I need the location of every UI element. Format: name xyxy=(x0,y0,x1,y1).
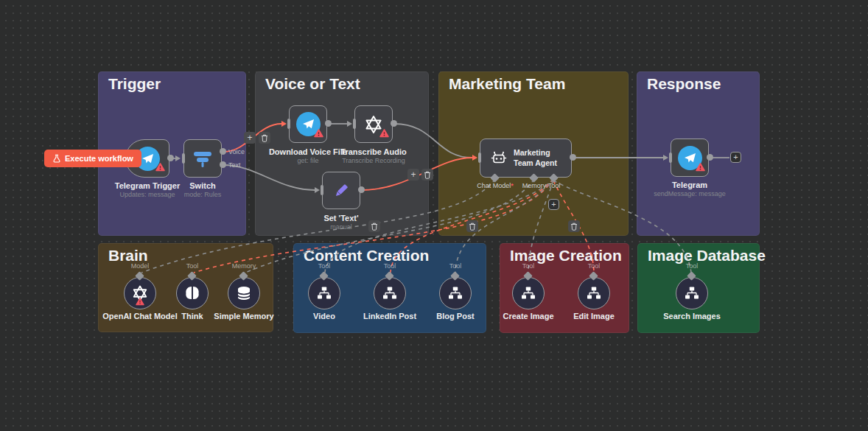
node-subtitle-download-voice-file: get: file xyxy=(297,157,318,164)
node-title-search-images: Search Images xyxy=(663,312,721,320)
node-title-switch: Switch xyxy=(189,181,215,190)
agent-port-label-chat-model: Chat Model* xyxy=(477,182,514,189)
node-title-blog-post: Blog Post xyxy=(436,312,474,320)
output-port-switch-text[interactable] xyxy=(220,161,226,168)
output-port-marketing-team-agent[interactable] xyxy=(570,154,576,161)
sitemap-icon xyxy=(316,285,332,301)
add-node-button[interactable]: + xyxy=(730,152,741,163)
node-simple-memory[interactable] xyxy=(228,277,260,309)
port-label-create-image: Tool xyxy=(522,262,535,270)
agent-port-label-memory: Memory xyxy=(522,182,547,189)
connection-add-button[interactable]: + xyxy=(407,169,419,181)
output-label-voice: Voice xyxy=(228,148,245,155)
input-port-set-text xyxy=(321,185,323,195)
port-label-openai-chat-model: Model xyxy=(131,262,150,270)
warning-icon xyxy=(155,161,165,175)
node-linkedin-post[interactable] xyxy=(374,277,406,309)
output-label-text: Text xyxy=(228,161,241,169)
node-video[interactable] xyxy=(308,277,340,309)
arrowhead-telegram-input xyxy=(663,155,668,161)
node-switch[interactable] xyxy=(183,139,222,178)
node-subtitle-switch: mode: Rules xyxy=(184,191,222,198)
connection-delete-button[interactable] xyxy=(421,169,433,181)
port-label-video: Tool xyxy=(318,262,331,270)
robot-icon xyxy=(489,150,508,167)
node-title-telegram-trigger: Telegram Trigger xyxy=(115,181,180,190)
connection-memory-to-simple-memory[interactable] xyxy=(245,179,534,273)
input-port-marketing-team-agent xyxy=(478,153,481,163)
connections-layer xyxy=(0,0,868,431)
pencil-icon xyxy=(330,180,352,202)
arrowhead-transcribe-audio-input xyxy=(347,121,352,127)
node-transcribe-audio[interactable] xyxy=(354,105,393,143)
port-label-search-images: Tool xyxy=(686,262,699,270)
node-subtitle-set-text: manual xyxy=(330,223,352,231)
node-telegram[interactable] xyxy=(671,139,709,177)
arrowhead-agent-input xyxy=(472,155,477,161)
connection-delete-button[interactable] xyxy=(466,220,478,232)
node-edit-image[interactable] xyxy=(578,277,610,309)
node-blog-post[interactable] xyxy=(439,277,472,309)
node-marketing-team-agent[interactable]: Marketing Team Agent xyxy=(480,139,572,178)
switch-icon xyxy=(192,148,214,169)
node-openai-chat-model[interactable] xyxy=(124,277,156,309)
node-title-marketing-team-agent: Marketing Team Agent xyxy=(514,148,567,167)
node-create-image[interactable] xyxy=(512,277,545,309)
connection-delete-button[interactable] xyxy=(368,220,380,232)
add-tool-button[interactable]: + xyxy=(548,199,559,210)
connection-delete-button[interactable] xyxy=(259,132,270,144)
warning-icon xyxy=(379,127,389,141)
sitemap-icon xyxy=(520,285,536,301)
connection-add-button[interactable]: + xyxy=(244,132,256,144)
connection-switch-text-to-set-text[interactable] xyxy=(223,165,315,190)
input-port-switch xyxy=(182,153,185,164)
connection-tool-to-create-image[interactable] xyxy=(528,181,553,273)
node-title-simple-memory: Simple Memory xyxy=(214,312,273,320)
input-port-telegram xyxy=(669,153,672,163)
arrowhead-switch-input xyxy=(175,155,181,161)
brain-icon xyxy=(184,285,200,301)
node-download-voice-file[interactable] xyxy=(289,105,327,143)
node-title-edit-image: Edit Image xyxy=(573,312,615,320)
database-icon xyxy=(236,285,252,301)
port-label-linkedin-post: Tool xyxy=(384,262,396,270)
node-subtitle-telegram-trigger: Updates: message xyxy=(119,191,175,198)
node-title-video: Video xyxy=(313,312,335,320)
output-port-telegram-trigger[interactable] xyxy=(167,155,174,161)
port-label-simple-memory: Memory xyxy=(232,262,256,270)
port-label-edit-image: Tool xyxy=(588,262,601,270)
node-title-openai-chat-model: OpenAI Chat Model xyxy=(102,312,177,320)
node-title-set-text: Set 'Text' xyxy=(323,214,358,222)
sitemap-icon xyxy=(447,285,463,301)
node-set-text[interactable] xyxy=(322,172,360,209)
output-port-transcribe-audio[interactable] xyxy=(391,120,397,127)
execute-workflow-button[interactable]: Execute workflow xyxy=(44,150,141,167)
sitemap-icon xyxy=(684,285,700,301)
workflow-canvas[interactable]: Trigger Voice or Text Marketing Team Res… xyxy=(0,0,868,431)
output-port-set-text[interactable] xyxy=(358,186,365,193)
node-title-think: Think xyxy=(181,312,203,320)
port-label-blog-post: Tool xyxy=(449,262,462,270)
node-subtitle-telegram: sendMessage: message xyxy=(654,190,726,197)
node-title-telegram: Telegram xyxy=(672,181,707,189)
warning-icon xyxy=(696,161,705,175)
warning-icon xyxy=(136,295,144,309)
flask-icon xyxy=(52,154,61,163)
arrowhead-download-voice-file-input xyxy=(281,121,287,127)
input-port-transcribe-audio xyxy=(353,119,356,129)
input-port-download-voice-file xyxy=(287,119,290,129)
output-port-switch-voice[interactable] xyxy=(220,148,226,155)
node-subtitle-transcribe-audio: Transcribe Recording xyxy=(342,157,405,164)
node-search-images[interactable] xyxy=(676,277,708,309)
arrowhead-set-text-input xyxy=(315,187,320,193)
node-title-download-voice-file: Download Voice File xyxy=(269,147,347,156)
node-think[interactable] xyxy=(176,277,209,309)
output-port-telegram[interactable] xyxy=(707,154,713,161)
sitemap-icon xyxy=(586,285,602,301)
node-title-transcribe-audio: Transcribe Audio xyxy=(340,147,406,156)
execute-workflow-label: Execute workflow xyxy=(65,154,133,163)
output-port-download-voice-file[interactable] xyxy=(325,120,332,127)
agent-port-label-tool: Tool xyxy=(548,182,561,189)
port-label-think: Tool xyxy=(186,262,199,270)
connection-delete-button[interactable] xyxy=(568,220,580,232)
